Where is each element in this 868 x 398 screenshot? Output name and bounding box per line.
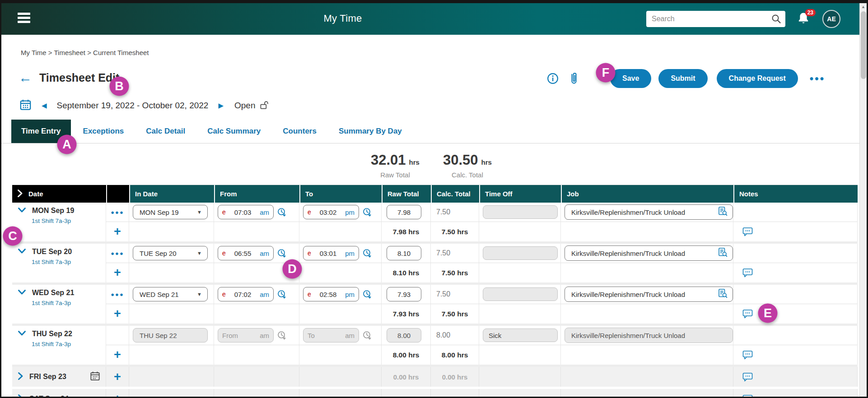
job-input[interactable]: Kirksville/Replenishmen/Truck Unload (565, 245, 733, 261)
add-entry-button[interactable]: + (106, 308, 129, 320)
to-time-input[interactable]: Toam (303, 328, 359, 342)
shift-link[interactable]: 1st Shift 7a-3p (32, 259, 71, 265)
row-menu-button[interactable]: ●●● (106, 291, 129, 298)
in-date-select[interactable]: MON Sep 19▼ (133, 205, 208, 219)
avatar[interactable]: AE (822, 10, 840, 28)
row-menu-button[interactable]: ●●● (106, 209, 129, 216)
job-cell: Kirksville/Replenishmen/Truck Unload (561, 203, 733, 222)
from-time-input[interactable]: e07:02am (218, 287, 274, 301)
column-header-actions (106, 185, 129, 203)
tab-counters[interactable]: Counters (283, 120, 317, 143)
in-date-select[interactable]: TUE Sep 20▼ (133, 246, 208, 260)
clock-recalc-icon[interactable] (277, 248, 287, 259)
search-icon[interactable] (771, 14, 782, 26)
breadcrumb-item-my-time[interactable]: My Time (21, 49, 47, 56)
add-entry-button[interactable]: + (106, 393, 129, 398)
add-entry-button[interactable]: + (106, 349, 129, 361)
day-raw-total: 7.98 hrs (382, 228, 430, 236)
clock-recalc-icon[interactable] (362, 207, 373, 218)
tab-calc-detail[interactable]: Calc Detail (146, 120, 185, 143)
info-icon[interactable] (547, 73, 559, 84)
from-time-input[interactable]: e06:55am (218, 246, 274, 260)
clock-recalc-icon[interactable] (277, 330, 287, 341)
time-off-input[interactable]: Sick (483, 329, 558, 342)
job-lookup-icon[interactable] (718, 247, 728, 259)
calendar-icon[interactable] (19, 99, 32, 113)
tab-summary-by-day[interactable]: Summary By Day (339, 120, 402, 143)
collapse-all-icon[interactable] (17, 189, 23, 199)
search-input[interactable] (646, 11, 785, 27)
comment-icon[interactable] (742, 309, 753, 319)
time-off-input[interactable] (483, 246, 558, 260)
collapse-day-icon[interactable] (18, 248, 26, 256)
clock-recalc-icon[interactable] (362, 248, 373, 259)
back-arrow-icon[interactable]: ← (19, 71, 32, 84)
from-time-input[interactable]: e07:03am (218, 205, 274, 219)
tab-exceptions[interactable]: Exceptions (83, 120, 124, 143)
day-raw-total-cell: 7.93 hrs (382, 304, 431, 324)
row-menu-button[interactable]: ●●● (106, 250, 129, 257)
job-lookup-icon[interactable] (718, 206, 728, 218)
day-calc-total-cell: 7.50 hrs (431, 222, 479, 241)
more-dots-icon[interactable]: ••• (810, 72, 825, 85)
to-time-input[interactable]: e03:02pm (303, 205, 359, 219)
scroll-up-icon[interactable]: ▲ (860, 3, 867, 10)
comment-icon[interactable] (742, 268, 753, 278)
clock-recalc-icon[interactable] (277, 207, 287, 218)
submit-button[interactable]: Submit (658, 69, 707, 88)
collapse-day-icon[interactable] (18, 289, 26, 297)
from-time-input[interactable]: Fromam (218, 328, 274, 342)
next-period-button[interactable]: ▶ (218, 102, 224, 110)
time-off-input[interactable] (483, 287, 558, 301)
shift-link[interactable]: 1st Shift 7a-3p (32, 218, 71, 224)
raw-total-input[interactable]: 8.00 (387, 328, 421, 342)
to-time-input[interactable]: e02:58pm (303, 287, 359, 301)
in-date-select[interactable]: THU Sep 22 (133, 328, 208, 342)
prev-period-button[interactable]: ◀ (42, 102, 47, 110)
add-entry-button[interactable]: + (106, 267, 129, 279)
paperclip-icon[interactable] (569, 72, 579, 85)
spacer-cell (214, 345, 299, 365)
breadcrumb-item-timesheet[interactable]: Timesheet (54, 49, 85, 56)
clock-recalc-icon[interactable] (277, 289, 287, 300)
to-time-input[interactable]: e03:01pm (303, 246, 359, 260)
row-actions-cell: + (106, 222, 129, 241)
menu-icon[interactable] (18, 13, 30, 24)
job-input[interactable]: Kirksville/Replenishmen/Truck Unload (565, 204, 733, 220)
shift-link[interactable]: 1st Shift 7a-3p (32, 341, 71, 347)
add-entry-button[interactable]: + (106, 371, 129, 383)
tab-calc-summary[interactable]: Calc Summary (207, 120, 261, 143)
collapse-day-icon[interactable] (18, 330, 26, 338)
add-entry-button[interactable]: + (106, 226, 129, 238)
clock-recalc-icon[interactable] (362, 330, 373, 341)
job-lookup-icon[interactable] (718, 288, 728, 300)
vertical-scrollbar[interactable]: ▲ (859, 3, 867, 397)
clock-recalc-icon[interactable] (362, 289, 373, 300)
expand-day-icon[interactable] (18, 394, 23, 398)
change-request-button[interactable]: Change Request (717, 69, 798, 88)
comment-icon[interactable] (742, 394, 753, 398)
in-date-select[interactable]: WED Sep 21▼ (133, 287, 208, 301)
dropdown-caret-icon: ▼ (197, 292, 202, 297)
search-box (646, 11, 785, 27)
scrollbar-thumb[interactable] (861, 11, 866, 79)
raw-total-input[interactable]: 8.10 (387, 246, 421, 260)
spacer-cell (214, 304, 299, 324)
save-button[interactable]: Save (610, 69, 651, 88)
raw-total-input[interactable]: 7.93 (387, 287, 421, 301)
raw-total-input[interactable]: 7.98 (387, 205, 421, 219)
breadcrumb-item-current-timesheet[interactable]: Current Timesheet (93, 49, 149, 56)
job-input[interactable]: Kirksville/Replenishmen/Truck Unload (565, 328, 733, 343)
schedule-calendar-icon[interactable] (90, 371, 100, 383)
date-cell: MON Sep 191st Shift 7a-3p (12, 203, 106, 241)
notifications-button[interactable]: 23 (797, 12, 811, 26)
time-off-input[interactable] (483, 205, 558, 219)
notes-cell (733, 304, 858, 324)
shift-link[interactable]: 1st Shift 7a-3p (32, 300, 71, 306)
expand-day-icon[interactable] (18, 372, 23, 382)
job-input[interactable]: Kirksville/Replenishmen/Truck Unload (565, 287, 733, 302)
comment-icon[interactable] (742, 227, 753, 236)
comment-icon[interactable] (742, 350, 753, 360)
comment-icon[interactable] (742, 372, 753, 382)
collapse-day-icon[interactable] (18, 207, 26, 215)
